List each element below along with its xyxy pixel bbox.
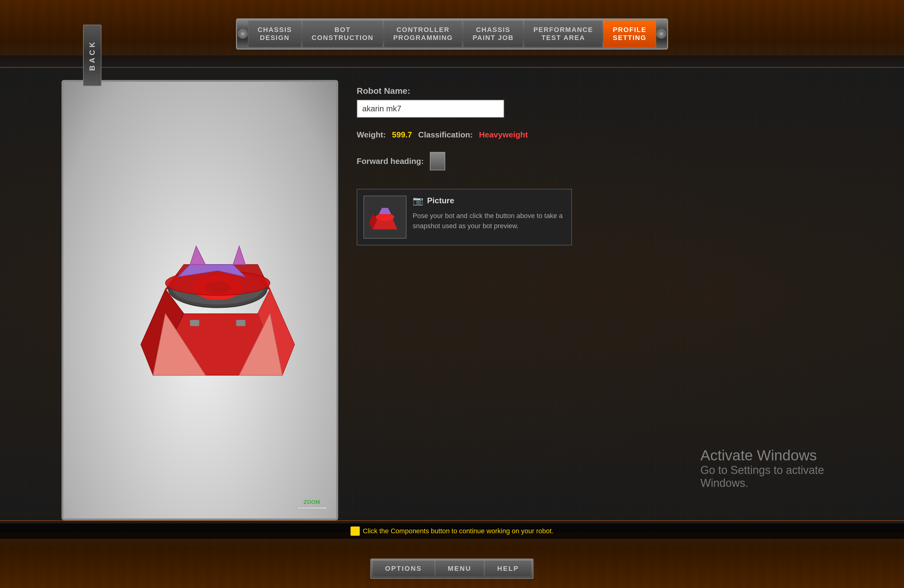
classification-label: Classification: bbox=[418, 130, 473, 140]
nav-item-controller-programming[interactable]: CONTROLLERPROGRAMMING bbox=[384, 21, 463, 47]
picture-title: Picture bbox=[427, 196, 454, 205]
robot-name-label: Robot Name: bbox=[357, 86, 842, 96]
nav-item-profile-setting[interactable]: PROFILESETTING bbox=[603, 21, 656, 47]
svg-rect-12 bbox=[190, 320, 199, 326]
zoom-control[interactable]: ZOOM bbox=[296, 499, 327, 509]
nav-item-performance-test-area[interactable]: PERFORMANCETEST AREA bbox=[524, 21, 603, 47]
viewport[interactable]: ZOOM bbox=[62, 80, 338, 520]
svg-rect-13 bbox=[236, 320, 245, 326]
status-bar: Click the Components button to continue … bbox=[0, 523, 904, 539]
zoom-slider[interactable] bbox=[296, 507, 327, 509]
picture-thumbnail bbox=[363, 196, 406, 239]
stats-row: Weight: 599.7 Classification: Heavyweigh… bbox=[357, 130, 842, 140]
weight-label: Weight: bbox=[357, 130, 386, 140]
picture-box: 📷 Picture Pose your bot and click the bu… bbox=[357, 189, 572, 245]
back-button-label: BACK bbox=[88, 40, 96, 71]
bottom-nav-help[interactable]: HELP bbox=[485, 561, 532, 577]
heading-indicator[interactable] bbox=[430, 152, 445, 171]
classification-value: Heavyweight bbox=[479, 130, 528, 140]
viewport-inner: ZOOM bbox=[63, 82, 337, 518]
forward-heading-section: Forward heading: bbox=[357, 152, 842, 171]
bottom-nav-options[interactable]: OPTIONS bbox=[372, 561, 435, 577]
back-button[interactable]: BACK bbox=[83, 25, 101, 86]
bottom-nav: OPTIONS MENU HELP bbox=[370, 558, 534, 579]
activate-windows-subtitle: Go to Settings to activateWindows. bbox=[700, 464, 824, 490]
nav-bar: CHASSISDESIGN BOTCONSTRUCTION CONTROLLER… bbox=[236, 19, 668, 49]
nav-item-chassis-design[interactable]: CHASSISDESIGN bbox=[248, 21, 302, 47]
picture-title-row: 📷 Picture bbox=[412, 196, 565, 206]
status-message: Click the Components button to continue … bbox=[363, 527, 553, 535]
nav-item-chassis-paint-job[interactable]: CHASSISPAINT JOB bbox=[463, 21, 523, 47]
svg-marker-14 bbox=[190, 246, 205, 264]
bottom-nav-menu[interactable]: MENU bbox=[435, 561, 484, 577]
nav-bolt-left bbox=[238, 29, 248, 38]
nav-bolt-right bbox=[656, 29, 666, 38]
activate-windows-watermark: Activate Windows Go to Settings to activ… bbox=[700, 447, 824, 490]
forward-heading-label: Forward heading: bbox=[357, 156, 424, 166]
svg-marker-19 bbox=[379, 208, 391, 214]
svg-marker-15 bbox=[233, 246, 245, 264]
robot-model bbox=[128, 228, 307, 389]
nav-frame: CHASSISDESIGN BOTCONSTRUCTION CONTROLLER… bbox=[236, 19, 668, 49]
activate-windows-title: Activate Windows bbox=[700, 447, 824, 464]
weight-value: 599.7 bbox=[392, 130, 412, 140]
svg-point-18 bbox=[376, 213, 394, 221]
status-icon bbox=[351, 526, 360, 536]
zoom-label: ZOOM bbox=[303, 499, 320, 506]
picture-info: 📷 Picture Pose your bot and click the bu… bbox=[412, 196, 565, 231]
robot-name-section: Robot Name: bbox=[357, 86, 842, 118]
camera-icon: 📷 bbox=[412, 196, 424, 206]
robot-name-input[interactable] bbox=[357, 100, 504, 118]
picture-description: Pose your bot and click the button above… bbox=[412, 211, 565, 231]
nav-item-bot-construction[interactable]: BOTCONSTRUCTION bbox=[302, 21, 383, 47]
